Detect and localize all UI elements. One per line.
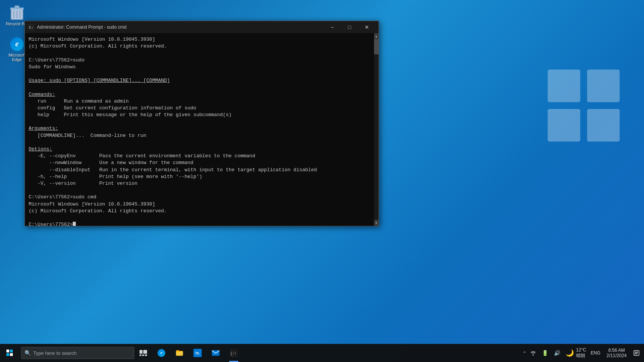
cmd-window-controls: − □ ✕ [324, 21, 376, 33]
taskbar-store-app[interactable]: 🛍 [189, 344, 207, 362]
system-tray: ^ 🔋 🔊 🌙 12°C 晴朗 ENG [521, 344, 644, 362]
svg-rect-1 [587, 70, 619, 102]
svg-text:C:\: C:\ [29, 26, 34, 29]
svg-rect-6 [15, 6, 19, 8]
cmd-scrollbar[interactable]: ▲ ▼ [374, 33, 379, 226]
svg-text:🛍: 🛍 [195, 351, 199, 355]
svg-rect-18 [140, 350, 143, 354]
start-button[interactable] [0, 344, 20, 362]
cmd-window-icon: C:\ [28, 24, 34, 30]
cmd-close-button[interactable]: ✕ [358, 21, 376, 33]
windows-watermark [546, 68, 621, 145]
tray-weather[interactable]: 🌙 [563, 344, 576, 362]
svg-rect-20 [140, 354, 141, 356]
tray-volume-icon[interactable]: 🔊 [551, 344, 563, 362]
svg-rect-3 [587, 109, 619, 141]
svg-rect-2 [548, 109, 580, 141]
svg-point-31 [532, 354, 534, 356]
weather-icon: 🌙 [566, 349, 574, 357]
taskbar-edge-app[interactable]: e [152, 344, 170, 362]
tray-network-icon[interactable] [527, 344, 539, 362]
taskbar-cmd-app[interactable]: C:\ >_ [225, 344, 243, 362]
svg-text:e: e [15, 40, 19, 48]
cmd-window-title: Administrator: Command Prompt - sudo cmd [37, 25, 324, 30]
tray-overflow-arrow[interactable]: ^ [522, 351, 527, 355]
condition: 晴朗 [576, 353, 586, 359]
clock-date: 2/11/2024 [607, 353, 627, 358]
svg-rect-19 [143, 350, 147, 354]
cmd-scroll-track [374, 39, 379, 220]
recycle-bin-image [9, 5, 25, 20]
svg-rect-17 [10, 353, 13, 356]
clock-time: 8:56 AM [608, 348, 625, 353]
language-label: ENG [591, 350, 601, 356]
svg-rect-14 [6, 350, 9, 353]
cmd-minimize-button[interactable]: − [324, 21, 341, 33]
cmd-maximize-button[interactable]: □ [341, 21, 358, 33]
cmd-scroll-thumb[interactable] [374, 39, 379, 54]
taskbar-search-bar[interactable]: 🔍 Type here to search [21, 347, 134, 359]
svg-rect-16 [6, 353, 9, 356]
desktop: Recycle B... e Microsoft Edge [0, 0, 644, 362]
search-icon: 🔍 [25, 350, 31, 356]
svg-text:>_: >_ [231, 354, 234, 357]
taskbar: 🔍 Type here to search [0, 344, 644, 362]
taskbar-explorer-app[interactable] [170, 344, 189, 362]
taskbar-mail-app[interactable] [207, 344, 225, 362]
tray-language-icon[interactable]: ENG [589, 344, 603, 362]
tray-battery-icon[interactable]: 🔋 [539, 344, 551, 362]
svg-rect-0 [548, 70, 580, 102]
svg-rect-15 [10, 350, 13, 353]
svg-rect-27 [212, 350, 219, 356]
cmd-window: C:\ Administrator: Command Prompt - sudo… [25, 21, 379, 226]
cmd-scroll-down-button[interactable]: ▼ [374, 220, 379, 226]
taskbar-clock[interactable]: 8:56 AM 2/11/2024 [603, 344, 630, 362]
temperature: 12°C [576, 347, 586, 353]
svg-text:e: e [160, 350, 162, 355]
svg-rect-22 [145, 354, 147, 356]
cmd-titlebar: C:\ Administrator: Command Prompt - sudo… [25, 21, 379, 33]
cmd-content-area[interactable]: Microsoft Windows [Version 10.0.19045.39… [25, 33, 374, 226]
edge-image: e [9, 37, 25, 52]
cmd-body: Microsoft Windows [Version 10.0.19045.39… [25, 33, 379, 226]
cmd-scroll-up-button[interactable]: ▲ [374, 33, 379, 39]
taskbar-pinned-apps: e 🛍 [152, 344, 243, 362]
svg-rect-21 [142, 354, 144, 356]
search-bar-placeholder: Type here to search [33, 350, 77, 356]
taskbar-task-view-button[interactable] [134, 344, 152, 362]
weather-info[interactable]: 12°C 晴朗 [576, 347, 589, 359]
notification-center-button[interactable] [630, 344, 642, 362]
